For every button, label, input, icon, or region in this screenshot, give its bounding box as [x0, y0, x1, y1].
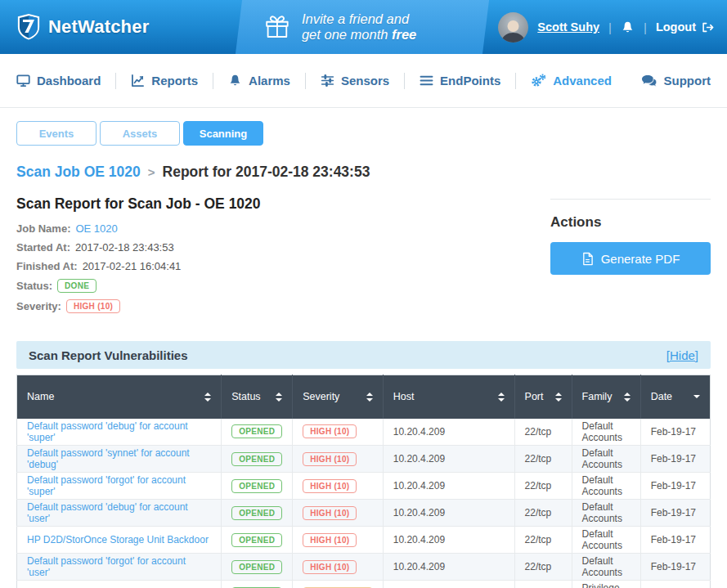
cell-family: Privilege escalation — [572, 581, 640, 588]
vulnerability-link[interactable]: HP D2D/StorOnce Storage Unit Backdoor — [27, 534, 209, 545]
breadcrumb-scan-job-link[interactable]: Scan Job OE 1020 — [16, 164, 141, 181]
user-avatar[interactable] — [498, 12, 528, 43]
severity-label: Severity: — [16, 300, 61, 312]
tab-events[interactable]: Events — [16, 121, 96, 146]
status-badge: OPENED — [231, 479, 282, 493]
cell-date: Feb-19-17 — [640, 473, 710, 500]
finished-at-value: 2017-02-21 16:04:41 — [83, 260, 182, 272]
cell-severity: HIGH (10) — [293, 554, 384, 581]
severity-badge: HIGH (10) — [303, 452, 357, 466]
cell-date: Feb-19-17 — [640, 581, 710, 588]
job-name-link[interactable]: OE 1020 — [75, 222, 117, 235]
vulnerabilities-title: Scan Report Vulnerabilities — [29, 348, 188, 362]
cell-name: Default password 'debug' for account 'su… — [17, 419, 222, 446]
cell-name: Default password 'forgot' for account 's… — [17, 473, 222, 500]
severity-badge: HIGH (10) — [66, 299, 120, 313]
nav-item-advanced[interactable]: Advanced — [516, 73, 626, 89]
cell-severity: HIGH (10) — [293, 527, 384, 554]
tab-scanning[interactable]: Scanning — [183, 121, 263, 146]
cell-status: OPENED — [222, 473, 293, 500]
cell-severity: HIGH (10) — [293, 473, 384, 500]
column-header-severity[interactable]: Severity — [293, 375, 384, 419]
top-header: NetWatcher Invite a friend and get one m… — [0, 0, 727, 54]
column-header-port[interactable]: Port — [514, 375, 572, 419]
table-row: Default password 'debug' for account 'us… — [17, 500, 711, 527]
cell-name: Nortel Default Username and Password — [17, 581, 222, 588]
logout-link[interactable]: Logout — [656, 20, 714, 34]
cell-family: Default Accounts — [572, 446, 640, 473]
nav-item-dashboard[interactable]: Dashboard — [16, 73, 116, 89]
breadcrumb-separator: > — [148, 165, 155, 179]
nav-item-alarms[interactable]: Alarms — [213, 73, 306, 89]
monitor-icon — [16, 74, 30, 88]
invite-banner[interactable]: Invite a friend and get one month free — [236, 0, 489, 54]
cell-host: 10.20.4.209 — [383, 581, 514, 588]
status-badge: OPENED — [231, 506, 282, 520]
cell-family: Default Accounts — [572, 500, 640, 527]
main-content: Events Assets Scanning Scan Job OE 1020 … — [0, 108, 727, 588]
cell-family: Default Accounts — [572, 473, 640, 500]
logout-icon — [701, 21, 714, 34]
column-header-name[interactable]: Name — [17, 375, 222, 419]
line-chart-icon — [131, 74, 145, 88]
nav-item-endpoints[interactable]: EndPoints — [405, 73, 516, 89]
cell-date: Feb-19-17 — [640, 500, 710, 527]
nav-item-reports[interactable]: Reports — [116, 73, 213, 89]
vulnerability-link[interactable]: Default password 'synnet' for account 'd… — [27, 447, 190, 470]
vulnerability-link[interactable]: Default password 'forgot' for account 's… — [27, 474, 186, 497]
status-badge: OPENED — [231, 533, 282, 547]
cell-port: 22/tcp — [514, 419, 572, 446]
cell-date: Feb-19-17 — [640, 527, 710, 554]
vulnerability-link[interactable]: Default password 'debug' for account 'su… — [27, 420, 188, 443]
user-name-link[interactable]: Scott Suhy — [537, 20, 599, 34]
cell-name: Default password 'forgot' for account 'u… — [17, 554, 222, 581]
cell-date: Feb-19-17 — [640, 446, 710, 473]
tab-assets[interactable]: Assets — [100, 121, 180, 146]
cell-port: 22/tcp — [514, 554, 572, 581]
vulnerabilities-panel-header: Scan Report Vulnerabilities [Hide] — [16, 341, 711, 369]
generate-pdf-button[interactable]: Generate PDF — [550, 242, 711, 275]
gears-icon — [531, 74, 546, 88]
started-at-row: Started At: 2017-02-18 23:43:53 — [16, 241, 550, 254]
sliders-icon — [321, 74, 334, 88]
column-header-status[interactable]: Status — [222, 375, 293, 419]
user-area: Scott Suhy | | Logout — [498, 0, 714, 54]
app-root: NetWatcher Invite a friend and get one m… — [0, 0, 727, 588]
column-header-date[interactable]: Date — [640, 375, 710, 419]
cell-name: Default password 'synnet' for account 'd… — [17, 446, 222, 473]
status-badge: OPENED — [231, 452, 282, 466]
cell-status: OPENED — [222, 527, 293, 554]
nav-item-sensors[interactable]: Sensors — [306, 73, 405, 89]
brand-logo[interactable]: NetWatcher — [16, 13, 149, 41]
job-name-label: Job Name: — [16, 222, 70, 235]
cell-severity: MEDIUM (7.8) — [293, 581, 384, 588]
cell-host: 10.20.4.209 — [383, 500, 514, 527]
column-header-family[interactable]: Family — [572, 375, 640, 419]
report-title: Scan Report for Scan Job - OE 1020 — [16, 195, 550, 213]
nav-item-support[interactable]: Support — [641, 74, 711, 88]
vulnerability-link[interactable]: Default password 'debug' for account 'us… — [27, 501, 188, 524]
cell-port: 22/tcp — [514, 527, 572, 554]
cell-host: 10.20.4.209 — [383, 473, 514, 500]
status-label: Status: — [16, 280, 52, 292]
cell-status: OPENED — [222, 446, 293, 473]
table-row: HP D2D/StorOnce Storage Unit Backdoor OP… — [17, 527, 711, 554]
vulnerability-link[interactable]: Default password 'forgot' for account 'u… — [27, 555, 186, 578]
column-header-host[interactable]: Host — [383, 375, 514, 419]
sort-both-icon — [366, 393, 373, 402]
cell-name: Default password 'debug' for account 'us… — [17, 500, 222, 527]
cell-status: OPENED — [222, 419, 293, 446]
cell-status: OPENED — [222, 581, 293, 588]
severity-badge: HIGH (10) — [303, 479, 357, 493]
cell-host: 10.20.4.209 — [383, 446, 514, 473]
cell-host: 10.20.4.209 — [383, 554, 514, 581]
finished-at-row: Finished At: 2017-02-21 16:04:41 — [16, 260, 550, 272]
breadcrumb-current: Report for 2017-02-18 23:43:53 — [163, 164, 370, 181]
started-at-value: 2017-02-18 23:43:53 — [75, 241, 174, 254]
status-badge: DONE — [57, 279, 96, 293]
cell-date: Feb-19-17 — [640, 419, 710, 446]
chat-bubbles-icon — [641, 74, 657, 88]
hide-panel-link[interactable]: [Hide] — [666, 348, 698, 362]
notifications-bell-icon[interactable] — [621, 20, 635, 34]
finished-at-label: Finished At: — [16, 260, 78, 272]
